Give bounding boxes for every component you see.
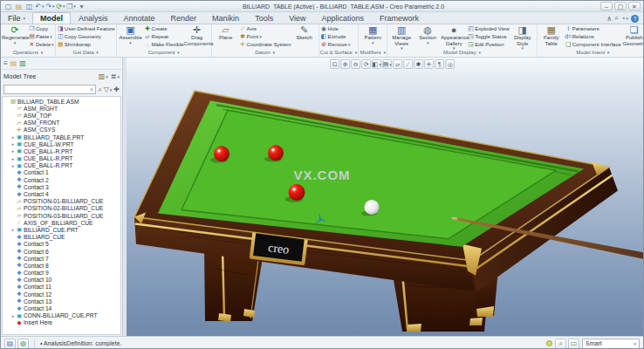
tree-item-cue-ball-r-prt[interactable]: ▸▣CUE_BALL-R.PRT (3, 147, 120, 154)
repaint-icon[interactable]: ⟳ (361, 59, 371, 69)
zoom-out-icon[interactable]: ⊖ (351, 59, 360, 69)
tree-item-contact-13[interactable]: ❖Contact 13 (3, 298, 120, 305)
tree-item-contact-14[interactable]: ❖Contact 14 (3, 305, 120, 311)
regenerate-button[interactable]: ⟳Regenerate▾ (2, 24, 28, 44)
open-icon[interactable]: ▤ (14, 2, 24, 11)
component-interface-button[interactable]: ❑Component Interface (565, 41, 621, 49)
publish-geometry-button[interactable]: ❏Publish Geometry (621, 24, 643, 46)
group-label-datum[interactable]: Datum ▾ (213, 49, 318, 57)
group-label-operations[interactable]: Operations ▾ (2, 49, 54, 57)
tab-analysis[interactable]: Analysis (71, 12, 116, 24)
pattern-button[interactable]: ▦Pattern▾ (360, 24, 386, 44)
find-tool-icon[interactable]: ⌕ (555, 339, 566, 349)
saved-orientations-icon[interactable]: ▤▾ (382, 59, 392, 69)
cue-ball-red-1[interactable] (214, 146, 230, 161)
tree-item-billiard-table-prt[interactable]: ▸▣BILLIARD_TABLE.PRT (3, 133, 120, 140)
family-table-button[interactable]: ▦Family Table (538, 24, 565, 46)
tree-item-cue-ball-r-prt[interactable]: ▸▣CUE_BALL-R.PRT (3, 162, 120, 169)
cue-ball-white[interactable] (365, 200, 380, 215)
copy-button[interactable]: ❐Copy (28, 24, 54, 32)
appearance-gallery-button[interactable]: ●Appearance Gallery▾ (441, 24, 467, 50)
graphics-area[interactable]: ⊡⊕⊖⟳◧▾▤▾▱∕✱✛¶◎ (127, 58, 643, 336)
shrinkwrap-button[interactable]: ▦Shrinkwrap (57, 41, 115, 49)
tree-item-contact-11[interactable]: ❖Contact 11 (3, 284, 120, 291)
coordinate-system-button[interactable]: ✛Coordinate System (239, 41, 291, 49)
cue-ball-red-3[interactable] (289, 184, 305, 201)
drag-components-button[interactable]: ✛Drag Components (184, 24, 210, 46)
extrude-button[interactable]: ◧Extrude (320, 32, 351, 40)
tree-item-asm-right[interactable]: ▱ASM_RIGHT (3, 105, 120, 112)
clear-search-icon[interactable]: × (88, 86, 95, 92)
filter-icon[interactable]: ▽▾ (104, 86, 113, 94)
create-button[interactable]: ✚Create (144, 24, 184, 32)
tree-item-billiard-table-asm[interactable]: ▧BILLIARD_TABLE.ASM (3, 98, 120, 105)
tree-item-contact-12[interactable]: ❖Contact 12 (3, 291, 120, 298)
tree-item-cue-ball-w-prt[interactable]: ▸▣CUE_BALL-W.PRT (3, 140, 120, 147)
group-label-modifiers[interactable]: Modifiers ▾ (360, 49, 386, 57)
csys-display-icon[interactable]: ✛ (424, 59, 434, 69)
tree-item-contact-5[interactable]: ❖Contact 5 (3, 241, 120, 248)
tab-manikin[interactable]: Manikin (204, 12, 247, 24)
tree-item-contact-8[interactable]: ❖Contact 8 (3, 262, 120, 269)
redo-icon[interactable]: ↷▾ (45, 2, 55, 11)
expand-settings-icon[interactable]: ✚ (113, 86, 120, 94)
selection-filter-dropdown[interactable]: Smart ▾ (582, 339, 640, 349)
windows-icon[interactable]: ❒▾ (66, 2, 76, 11)
remove-button[interactable]: ⊘Remove▾ (320, 41, 351, 49)
minimize-ribbon-icon[interactable]: ∧ (606, 15, 612, 23)
group-label-model-intent[interactable]: Model Intent ▾ (538, 49, 643, 57)
tree-item-billiard-cue-prt[interactable]: ▸▣BILLIARD_CUE.PRT (3, 226, 120, 233)
group-label-cut-surface[interactable]: Cut & Surface ▾ (320, 49, 358, 57)
make-flexible-button[interactable]: ◌Make Flexible (144, 41, 184, 49)
relations-button[interactable]: d=Relations (565, 32, 621, 40)
tree-item-conn-billiard-cue-prt[interactable]: ▸▣CONN-BILLIARD_CUE.PRT (3, 312, 120, 319)
tree-settings-icon[interactable]: ≣▾ (111, 72, 120, 80)
tree-item-insert-here[interactable]: ◆Insert Here (3, 319, 120, 326)
box-select-icon[interactable]: ▭ (568, 339, 579, 349)
tree-item-position-02-billiard-cue[interactable]: ▱POSITION-02-BILLIARD_CUE (3, 205, 120, 212)
parameters-button[interactable]: iParameters (565, 24, 621, 32)
tab-tools[interactable]: Tools (247, 12, 281, 24)
annotation-display-icon[interactable]: ¶ (435, 59, 444, 69)
command-search-icon[interactable]: ⌕ (614, 14, 618, 23)
edit-position-button[interactable]: ◲Edit Position (467, 41, 510, 49)
group-label-model-display[interactable]: Model Display ▾ (388, 49, 536, 57)
tree-item-billiard-cue[interactable]: ❖BILLIARD_CUE (3, 234, 120, 241)
tree-columns-icon[interactable]: ▥▾ (99, 72, 108, 80)
minimize-button[interactable]: – (600, 2, 613, 10)
tree-item-contact-6[interactable]: ❖Contact 6 (3, 248, 120, 255)
plane-display-icon[interactable]: ▱ (393, 59, 402, 69)
repeat-button[interactable]: ▱Repeat (144, 32, 184, 40)
display-style-toolbar-icon[interactable]: ◧▾ (372, 59, 381, 69)
group-label-component[interactable]: Component ▾ (118, 49, 210, 57)
exploded-view-button[interactable]: ◰Exploded View (467, 24, 510, 32)
save-icon[interactable]: ◫ (24, 2, 34, 11)
tree-item-contact-10[interactable]: ❖Contact 10 (3, 277, 120, 284)
navigator-tree-icon[interactable]: ≡ (3, 59, 8, 67)
tree-item-axis-of-billiard-cue[interactable]: ∕AXIS_OF_BILLIARD_CUE (3, 219, 120, 226)
sketch-button[interactable]: ✎Sketch (291, 24, 318, 41)
find-icon[interactable]: ⌕ (98, 86, 101, 94)
tree-item-cue-ball-r-prt[interactable]: ▸▣CUE_BALL-R.PRT (3, 155, 120, 162)
tree-item-position-03-billiard-cue[interactable]: ▱POSITION-03-BILLIARD_CUE (3, 212, 120, 219)
refit-icon[interactable]: ⊡ (330, 59, 339, 69)
display-style-button[interactable]: ◨Display Style▾ (510, 24, 536, 50)
spin-center-icon[interactable]: ◎ (445, 59, 455, 69)
maximize-button[interactable]: ▢ (614, 2, 627, 10)
regenerate-quick-icon[interactable]: ⟳▾ (56, 2, 65, 11)
tab-view[interactable]: View (281, 12, 313, 24)
toggle-status-button[interactable]: ◳Toggle Status (467, 32, 510, 40)
cue-ball-red-2[interactable] (268, 145, 284, 161)
delete-button[interactable]: ✕Delete▾ (28, 41, 54, 49)
browser-icon[interactable]: ◍ (17, 339, 29, 349)
new-icon[interactable]: ▢ (3, 2, 13, 11)
undo-icon[interactable]: ↶▾ (35, 2, 45, 11)
tab-annotate[interactable]: Annotate (116, 12, 163, 24)
tree-item-contact-9[interactable]: ❖Contact 9 (3, 270, 120, 277)
tree-item-asm-front[interactable]: ▱ASM_FRONT (3, 120, 120, 127)
tree-item-asm-csys[interactable]: ✛ASM_CSYS (3, 127, 120, 133)
group-label-get-data[interactable]: Get Data ▾ (57, 49, 115, 57)
navigator-folder-icon[interactable]: ▤ (10, 59, 17, 67)
tree-search-input[interactable] (4, 86, 88, 93)
close-button[interactable]: ✕ (628, 2, 641, 10)
